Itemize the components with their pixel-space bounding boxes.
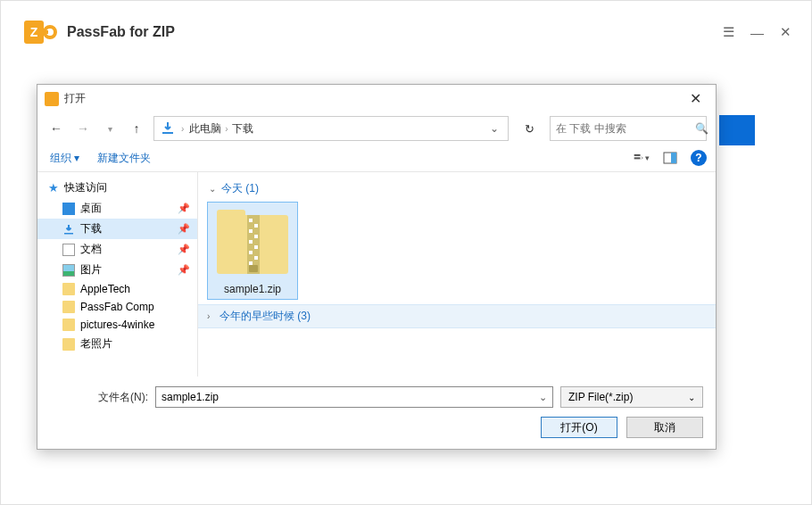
dialog-title: 打开 [64, 91, 86, 106]
file-label: sample1.zip [224, 283, 281, 295]
svg-rect-19 [249, 251, 253, 254]
refresh-icon[interactable]: ↻ [516, 116, 543, 141]
sidebar-folder[interactable]: 老照片 [37, 334, 197, 354]
svg-text:Z: Z [30, 25, 38, 39]
svg-rect-8 [671, 153, 676, 163]
dropdown-icon: ▾ [74, 152, 79, 164]
svg-rect-11 [217, 210, 245, 220]
sidebar-quick-access[interactable]: ★ 快速访问 [37, 178, 197, 198]
file-item-selected[interactable]: sample1.zip [207, 202, 298, 300]
address-dropdown-icon[interactable]: ⌄ [490, 122, 502, 135]
cancel-button[interactable]: 取消 [626, 417, 703, 438]
document-icon [62, 244, 75, 256]
close-dialog-icon[interactable]: ✕ [684, 90, 707, 107]
nav-back-icon[interactable]: ← [46, 119, 66, 138]
search-box[interactable]: 🔍 [550, 116, 707, 141]
svg-rect-16 [254, 235, 258, 238]
preview-pane-icon[interactable] [662, 150, 678, 166]
filename-input[interactable] [162, 391, 539, 403]
star-icon: ★ [48, 181, 59, 195]
folder-icon [62, 338, 75, 351]
open-button[interactable]: 打开(O) [541, 417, 617, 438]
svg-rect-6 [634, 157, 641, 159]
dialog-app-icon [45, 92, 59, 106]
pin-icon: 📌 [178, 223, 190, 235]
zip-file-icon [211, 206, 294, 279]
svg-rect-22 [249, 265, 258, 272]
svg-rect-17 [249, 240, 253, 244]
sidebar-folder[interactable]: PassFab Comp [37, 298, 197, 316]
sidebar-item-desktop[interactable]: 桌面 📌 [37, 198, 197, 219]
nav-forward-icon: → [73, 119, 93, 138]
svg-rect-5 [634, 154, 641, 156]
filename-dropdown-icon[interactable]: ⌄ [539, 392, 547, 403]
pin-icon: 📌 [178, 203, 190, 214]
minimize-icon[interactable]: — [750, 25, 764, 40]
background-button-fragment [719, 115, 755, 145]
menu-icon[interactable]: ☰ [723, 24, 734, 40]
chevron-right-icon: › [225, 124, 228, 134]
svg-rect-2 [41, 30, 48, 34]
search-icon[interactable]: 🔍 [695, 122, 708, 135]
app-title: PassFab for ZIP [67, 24, 175, 40]
svg-rect-9 [64, 233, 73, 235]
pictures-icon [62, 264, 75, 277]
filename-input-wrapper[interactable]: ⌄ [155, 386, 553, 408]
close-app-icon[interactable]: ✕ [780, 24, 791, 40]
svg-rect-4 [162, 132, 173, 134]
download-location-icon [160, 120, 176, 137]
nav-history-dropdown-icon[interactable]: ▾ [100, 119, 120, 138]
search-input[interactable] [556, 122, 690, 135]
sidebar-item-downloads[interactable]: 下载 📌 [37, 219, 197, 239]
svg-rect-14 [254, 224, 258, 228]
breadcrumb-root[interactable]: 此电脑 [189, 121, 221, 137]
folder-icon [62, 283, 75, 295]
download-icon [62, 223, 75, 236]
file-open-dialog: 打开 ✕ ← → ▾ ↑ › 此电脑 › 下载 ⌄ ↻ 🔍 组织 ▾ [37, 84, 717, 450]
svg-rect-21 [249, 261, 253, 265]
svg-rect-20 [254, 256, 258, 260]
sidebar: ★ 快速访问 桌面 📌 下载 📌 文档 📌 图片 📌 AppleTech Pas… [37, 172, 198, 377]
nav-up-icon[interactable]: ↑ [127, 119, 146, 138]
breadcrumb-folder[interactable]: 下载 [232, 121, 253, 137]
group-earlier-this-year[interactable]: › 今年的早些时候 (3) [207, 309, 707, 324]
svg-rect-18 [254, 245, 258, 249]
chevron-right-icon: › [181, 124, 184, 134]
filetype-select[interactable]: ZIP File(*.zip) ⌄ [560, 386, 703, 408]
sidebar-item-documents[interactable]: 文档 📌 [37, 239, 197, 260]
pin-icon: 📌 [178, 264, 190, 276]
app-logo-icon: Z [21, 13, 58, 51]
filename-label: 文件名(N): [50, 390, 148, 405]
folder-icon [62, 301, 75, 313]
svg-rect-13 [249, 219, 253, 222]
group-today[interactable]: ⌄ 今天 (1) [207, 179, 707, 202]
dropdown-icon: ⌄ [688, 393, 695, 402]
new-folder-button[interactable]: 新建文件夹 [97, 151, 151, 166]
view-mode-icon[interactable]: ▾ [634, 150, 650, 166]
folder-icon [62, 319, 75, 331]
organize-button[interactable]: 组织 ▾ [50, 151, 79, 166]
chevron-right-icon: › [207, 311, 216, 321]
chevron-down-icon: ⌄ [209, 184, 218, 194]
desktop-icon [62, 203, 75, 215]
help-icon[interactable]: ? [691, 150, 707, 166]
address-bar[interactable]: › 此电脑 › 下载 ⌄ [153, 116, 509, 141]
sidebar-folder[interactable]: pictures-4winke [37, 316, 197, 334]
svg-rect-15 [249, 229, 253, 233]
pin-icon: 📌 [178, 244, 190, 255]
file-list[interactable]: ⌄ 今天 (1) sample1.zip › [198, 172, 716, 377]
sidebar-item-pictures[interactable]: 图片 📌 [37, 260, 197, 280]
sidebar-folder[interactable]: AppleTech [37, 280, 197, 298]
